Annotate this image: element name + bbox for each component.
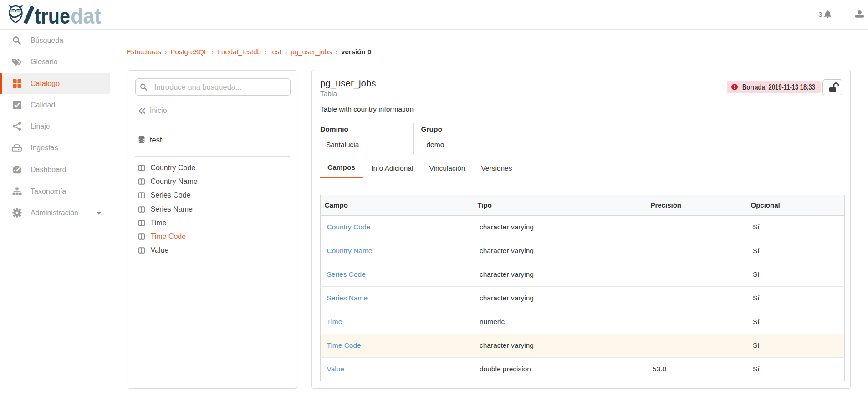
svg-text:dat: dat (71, 5, 101, 25)
svg-text:true: true (35, 5, 70, 25)
